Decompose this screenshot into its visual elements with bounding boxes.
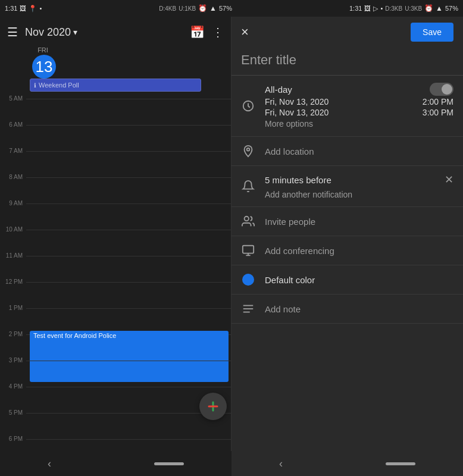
remove-notification-button[interactable]: ✕	[445, 173, 453, 186]
svg-point-1	[247, 148, 250, 151]
time-4pm: 4 PM	[0, 382, 26, 390]
time-5am: 5 AM	[0, 94, 26, 102]
start-time[interactable]: 2:00 PM	[423, 97, 453, 107]
all-day-toggle[interactable]	[430, 83, 453, 96]
time-row-3pm: 3 PM	[0, 356, 231, 382]
time-row-6am: 6 AM	[0, 120, 231, 146]
time-line	[26, 282, 231, 283]
add-notification-label[interactable]: Add another notification	[265, 187, 453, 199]
day-number[interactable]: 13	[32, 55, 56, 79]
more-options-label[interactable]: More options	[265, 117, 313, 131]
notification-value[interactable]: 5 minutes before	[265, 175, 331, 185]
photo-icon-r: 🖼	[364, 5, 371, 12]
day-header: FRI 13	[0, 48, 231, 77]
people-icon	[241, 214, 255, 228]
note-row[interactable]: Add note	[232, 295, 463, 324]
form-header: × Save	[232, 17, 463, 48]
back-chevron-right[interactable]: ‹	[279, 458, 283, 470]
time-line	[26, 203, 231, 204]
color-icon	[241, 273, 255, 287]
conferencing-label[interactable]: Add conferencing	[265, 246, 334, 256]
fab-button[interactable]	[199, 393, 227, 420]
back-chevron[interactable]: ‹	[48, 458, 51, 470]
time-row-5am: 5 AM	[0, 94, 231, 120]
event-title-input[interactable]	[232, 48, 463, 75]
calendar-header-left: ☰ Nov 2020 ▾	[7, 25, 77, 39]
time-row-4pm: 4 PM	[0, 382, 231, 408]
more-options-row[interactable]: More options	[265, 118, 453, 129]
all-day-content: All-day Fri, Nov 13, 2020 2:00 PM Fri, N…	[265, 83, 453, 129]
time-line	[26, 439, 231, 440]
time-12pm: 12 PM	[0, 277, 26, 285]
battery2: 57%	[445, 5, 458, 12]
calendar-icon[interactable]: 📅	[190, 25, 205, 39]
end-date-row[interactable]: Fri, Nov 13, 2020 3:00 PM	[265, 108, 453, 117]
notification-inline: 5 minutes before ✕	[265, 173, 453, 186]
color-label[interactable]: Default color	[265, 275, 315, 285]
dot-icon: •	[39, 5, 42, 12]
start-date-row[interactable]: Fri, Nov 13, 2020 2:00 PM	[265, 97, 453, 107]
nav-pill-left[interactable]	[154, 462, 184, 465]
month-title[interactable]: Nov 2020 ▾	[25, 26, 77, 39]
note-label[interactable]: Add note	[265, 304, 301, 314]
upload2: U:3KB	[405, 5, 422, 12]
time-row-8am: 8 AM	[0, 173, 231, 199]
alarm-icon-r: ⏰	[424, 4, 433, 12]
time-row-11am: 11 AM	[0, 251, 231, 277]
time-right: 1:31	[349, 5, 362, 12]
time-grid[interactable]: 5 AM 6 AM 7 AM 8 AM 9 AM 10 AM	[0, 94, 231, 451]
photo-icon: 🖼	[20, 5, 26, 12]
menu-icon[interactable]: ☰	[7, 25, 18, 39]
conferencing-row[interactable]: Add conferencing	[232, 236, 463, 265]
invite-label[interactable]: Invite people	[265, 217, 315, 227]
calendar-header-right: 📅 ⋮	[190, 25, 224, 39]
color-swatch	[242, 274, 254, 286]
location-icon	[241, 144, 255, 158]
time-9am: 9 AM	[0, 199, 26, 206]
status-right: 1:31 🖼 ▷ • D:3KB U:3KB ⏰ ▲ 57%	[349, 4, 458, 12]
status-bar: 1:31 🖼 📍 • D:4KB U:1KB ⏰ ▲ 57% 1:31 🖼 ▷ …	[0, 0, 463, 17]
wifi-icon-r: ▲	[436, 4, 443, 12]
fab-plus-icon	[206, 399, 220, 414]
dot-right: •	[380, 5, 383, 12]
clock-icon	[241, 99, 255, 113]
bell-icon	[241, 179, 255, 193]
location-row[interactable]: Add location	[232, 137, 463, 166]
start-date[interactable]: Fri, Nov 13, 2020	[265, 97, 329, 107]
time-line	[26, 125, 231, 126]
location-icon: 📍	[29, 5, 37, 12]
event-title: Test event for Android Police	[33, 332, 116, 339]
nav-pill-right[interactable]	[386, 462, 415, 465]
more-vert-icon[interactable]: ⋮	[212, 25, 224, 39]
dropdown-arrow: ▾	[73, 27, 77, 37]
alarm-icon: ⏰	[198, 4, 207, 12]
notification-row: 5 minutes before ✕ Add another notificat…	[232, 166, 463, 207]
all-day-label: All-day	[265, 84, 292, 95]
location-label[interactable]: Add location	[265, 146, 314, 156]
all-day-inline: All-day	[265, 83, 453, 96]
end-date[interactable]: Fri, Nov 13, 2020	[265, 108, 329, 117]
time-line	[26, 387, 231, 387]
time-row-7am: 7 AM	[0, 146, 231, 173]
end-time[interactable]: 3:00 PM	[423, 108, 453, 117]
time-3pm: 3 PM	[0, 356, 26, 364]
save-button[interactable]: Save	[411, 23, 453, 42]
color-row[interactable]: Default color	[232, 265, 463, 295]
nav-bar-left: ‹	[0, 451, 232, 476]
all-day-event-label: Weekend Poll	[39, 82, 79, 89]
time-line	[26, 151, 231, 152]
calendar-panel: ☰ Nov 2020 ▾ 📅 ⋮ FRI 13 ℹ Weekend Poll	[0, 17, 232, 451]
time-line	[26, 308, 231, 309]
svg-rect-3	[243, 246, 254, 253]
download-label: D:4KB	[159, 5, 176, 12]
time-row-12pm: 12 PM	[0, 277, 231, 303]
time-5pm: 5 PM	[0, 408, 26, 416]
time-row-2pm: 2 PM Test event for Android Police	[0, 330, 231, 356]
time-line	[26, 177, 231, 178]
time-line	[26, 413, 231, 414]
invite-row[interactable]: Invite people	[232, 207, 463, 236]
close-button[interactable]: ×	[241, 24, 249, 40]
all-day-event[interactable]: ℹ Weekend Poll	[30, 79, 201, 92]
month-label: Nov 2020	[25, 26, 71, 39]
time-row-1pm: 1 PM	[0, 303, 231, 330]
